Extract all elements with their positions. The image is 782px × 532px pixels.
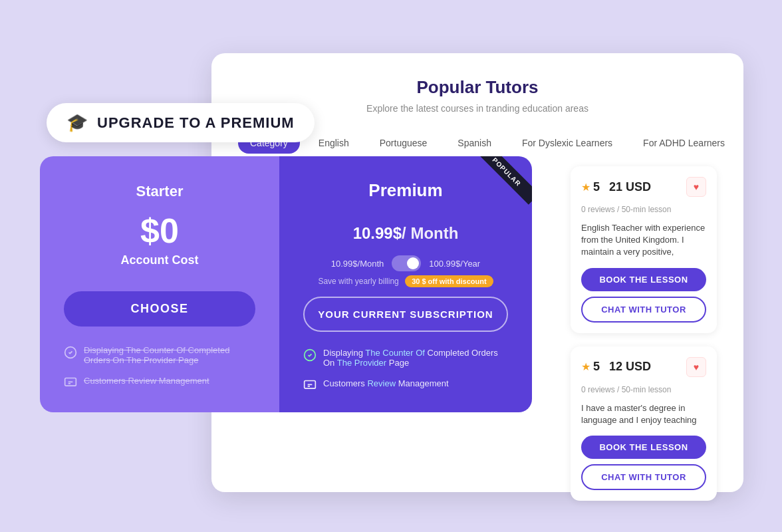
popular-tutors-title: Popular Tutors	[238, 77, 717, 98]
tutor-stats-1: ★ 5 21 USD ♥	[581, 177, 706, 197]
favorite-button-1[interactable]: ♥	[686, 177, 706, 197]
rating-value-1: 5	[593, 180, 600, 194]
tutor-meta-2: 0 reviews / 50-min lesson	[581, 385, 706, 394]
book-lesson-button-1[interactable]: BOOK THE LESSON	[581, 268, 706, 291]
tutor-desc-1: English Teacher with experience from the…	[581, 222, 706, 259]
tutor-card-2: ★ 5 12 USD ♥ 0 reviews / 50-min lesson I…	[571, 346, 717, 501]
check-circle-icon-1	[64, 346, 77, 359]
tutor-price-2: 12 USD	[609, 360, 651, 374]
current-subscription-button[interactable]: YOUR CURRENT SUBSCRIPTION	[303, 297, 508, 332]
starter-feature-2-text: Customers Review Management	[84, 376, 209, 386]
premium-feature-2: Customers Review Management	[303, 378, 508, 392]
tutor-meta-1: 0 reviews / 50-min lesson	[581, 205, 706, 214]
premium-features: Displaying The Counter Of Completed Orde…	[303, 348, 508, 392]
billing-toggle-row: 10.99$/Month 100.99$/Year	[303, 255, 508, 271]
chat-tutor-button-1[interactable]: CHAT WITH TUTOR	[581, 297, 706, 323]
popular-badge: POPULAR	[474, 156, 532, 205]
per-month-label: / Month	[402, 224, 458, 242]
tutor-price-1: 21 USD	[609, 180, 651, 194]
tutor-list: ★ 5 21 USD ♥ 0 reviews / 50-min lesson E…	[571, 166, 717, 501]
yearly-label: 100.99$/Year	[429, 259, 480, 269]
toggle-knob	[407, 257, 419, 269]
starter-feature-1: Displaying The Counter Of Completed Orde…	[64, 345, 255, 365]
save-note: Save with yearly billing	[318, 277, 398, 286]
highlight-text-1: The Counter Of	[365, 348, 425, 358]
upgrade-text: UPGRADE TO A PREMIUM	[97, 114, 295, 132]
starter-feature-1-text: Displaying The Counter Of Completed Orde…	[84, 345, 255, 365]
choose-button[interactable]: CHOOSE	[64, 291, 255, 327]
review-count-2: 0 reviews	[581, 385, 615, 394]
lesson-duration-1: / 50-min lesson	[617, 205, 671, 214]
tutor-stats-2: ★ 5 12 USD ♥	[581, 357, 706, 377]
discount-badge: 30 $ off with discount	[405, 275, 493, 287]
tutor-card-1: ★ 5 21 USD ♥ 0 reviews / 50-min lesson E…	[571, 166, 717, 333]
favorite-button-2[interactable]: ♥	[686, 357, 706, 377]
tutor-desc-2: I have a master's degree in language and…	[581, 402, 706, 426]
tutor-rating-2: ★ 5	[581, 360, 600, 374]
tutor-rating-1: ★ 5	[581, 180, 600, 194]
premium-price-value: 10.99$	[353, 224, 402, 242]
check-circle-icon-2	[303, 348, 317, 362]
discount-note: Save with yearly billing 30 $ off with d…	[303, 277, 508, 286]
starter-card: Starter $0 Account Cost CHOOSE Displayin…	[40, 156, 279, 412]
chat-icon-2	[303, 379, 317, 392]
upgrade-banner: 🎓 UPGRADE TO A PREMIUM	[47, 103, 315, 142]
starter-plan-name: Starter	[64, 183, 255, 200]
chat-icon-1	[64, 376, 77, 390]
monthly-label: 10.99$/Month	[331, 259, 384, 269]
star-icon-1: ★	[581, 181, 590, 194]
lesson-duration-2: / 50-min lesson	[617, 385, 671, 394]
billing-toggle[interactable]	[392, 255, 421, 271]
starter-plan-label: Account Cost	[64, 253, 255, 267]
pricing-wrapper: Starter $0 Account Cost CHOOSE Displayin…	[40, 156, 532, 412]
starter-plan-price: $0	[64, 211, 255, 251]
highlight-text-3: Review	[367, 378, 396, 388]
review-count-1: 0 reviews	[581, 205, 615, 214]
starter-features: Displaying The Counter Of Completed Orde…	[64, 345, 255, 390]
rating-value-2: 5	[593, 360, 600, 374]
tab-adhd[interactable]: For ADHD Learners	[631, 132, 737, 154]
premium-card: POPULAR Premium 10.99$/ Month 10.99$/Mon…	[279, 156, 532, 412]
front-card: 🎓 UPGRADE TO A PREMIUM Starter $0 Accoun…	[40, 103, 545, 489]
popular-corner: POPULAR	[472, 156, 532, 216]
premium-feature-1-text: Displaying The Counter Of Completed Orde…	[323, 348, 508, 368]
upgrade-icon: 🎓	[66, 112, 88, 133]
chat-tutor-button-2[interactable]: CHAT WITH TUTOR	[581, 464, 706, 490]
premium-feature-1: Displaying The Counter Of Completed Orde…	[303, 348, 508, 368]
premium-feature-2-text: Customers Review Management	[323, 378, 449, 388]
star-icon-2: ★	[581, 360, 590, 373]
book-lesson-button-2[interactable]: BOOK THE LESSON	[581, 436, 706, 459]
highlight-text-2: The Provider	[337, 358, 386, 368]
starter-feature-2: Customers Review Management	[64, 376, 255, 390]
